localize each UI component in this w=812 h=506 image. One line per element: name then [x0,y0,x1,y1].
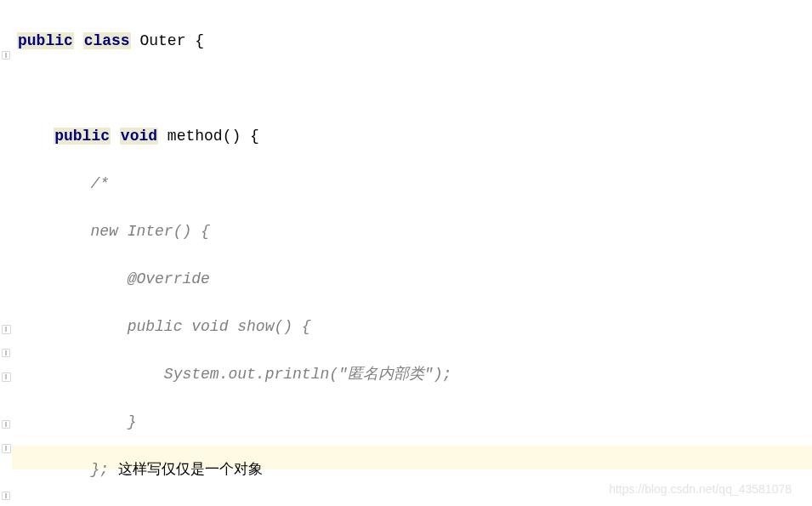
code-line: } [17,410,812,434]
fold-marker-icon[interactable] [2,420,10,429]
code-line [17,77,812,100]
code-line: public void method() { [17,124,812,148]
code-line: System.out.println("匿名内部类"); [17,362,812,386]
editor-gutter [0,0,10,506]
code-line: /* [17,172,812,196]
fold-marker-icon[interactable] [2,349,10,357]
code-line: @Override [17,267,812,291]
code-line: public class Outer { [17,29,812,53]
watermark-text: https://blog.csdn.net/qq_43581078 [609,477,792,501]
fold-marker-icon[interactable] [2,492,10,500]
code-editor-area[interactable]: public class Outer { public void method(… [12,0,812,506]
fold-marker-icon[interactable] [2,372,11,382]
fold-marker-icon[interactable] [2,444,11,453]
code-line: public void show() { [17,315,812,338]
fold-marker-icon[interactable] [2,325,11,334]
code-line: new Inter() { [17,219,812,243]
fold-marker-icon[interactable] [2,51,10,60]
